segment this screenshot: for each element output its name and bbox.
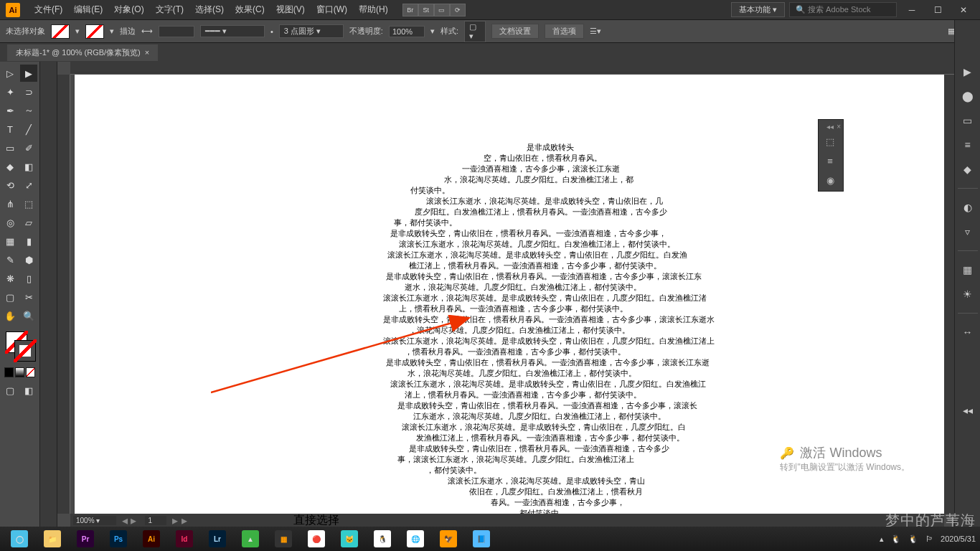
photoshop-taskbar-icon[interactable]: Ps <box>103 529 133 549</box>
app8-taskbar-icon[interactable]: ▲ <box>235 529 265 549</box>
window-close-icon[interactable]: ✕ <box>953 3 974 17</box>
asset-export-icon[interactable]: ▿ <box>959 223 976 240</box>
slice-tool[interactable]: ✂ <box>20 288 37 306</box>
menu-item[interactable]: 效果(C) <box>230 4 270 16</box>
zoom-tool[interactable]: 🔍 <box>20 307 37 324</box>
menu-item[interactable]: 窗口(W) <box>311 4 353 16</box>
doc-setup-button[interactable]: 文档设置 <box>491 24 539 39</box>
stroke-panel-icon[interactable]: ≡ <box>959 136 976 154</box>
magic-wand-tool[interactable]: ✦ <box>1 83 19 100</box>
brushes-icon[interactable]: ≡ <box>821 152 839 169</box>
horizontal-scrollbar[interactable]: 100% ▾ ◂ ▸ 1 ▸ ▸ 直接选择 <box>70 514 944 527</box>
appearance-icon[interactable]: ◐ <box>959 199 976 216</box>
align-icon[interactable]: ☰▾ <box>590 27 601 36</box>
expand-panel-icon[interactable]: ◂◂ <box>959 402 976 419</box>
prefs-button[interactable]: 首选项 <box>545 24 584 39</box>
opacity-input[interactable] <box>389 26 425 37</box>
arrange-icon[interactable]: ▭ <box>434 4 450 17</box>
menu-item[interactable]: 文字(T) <box>150 4 189 16</box>
menu-item[interactable]: 编辑(E) <box>68 4 108 16</box>
search-stock-input[interactable]: 🔍 搜索 Adobe Stock <box>789 2 897 17</box>
hand-tool[interactable]: ✋ <box>1 307 19 324</box>
swatches-icon[interactable]: ◉ <box>821 171 839 189</box>
eraser-tool[interactable]: ◧ <box>20 158 37 175</box>
shape-builder-tool[interactable]: ◎ <box>1 214 19 231</box>
fill-swatch[interactable] <box>51 24 70 39</box>
swatches-panel-icon[interactable]: ▦ <box>959 261 976 278</box>
selection-tool[interactable]: ▷ <box>1 65 19 82</box>
transform-icon[interactable]: ↔ <box>959 324 976 341</box>
tray-flag-icon[interactable]: 🏳 <box>925 534 933 543</box>
menu-item[interactable]: 帮助(H) <box>353 4 394 16</box>
bridge-icon[interactable]: Br <box>402 4 418 17</box>
document-tab[interactable]: 未标题-1* @ 100% (RGB/像素预览) × <box>7 44 158 61</box>
lasso-tool[interactable]: ⊃ <box>20 83 37 100</box>
direct-selection-tool[interactable]: ▶ <box>20 65 37 82</box>
pen-tool[interactable]: ✒ <box>1 102 19 119</box>
curvature-tool[interactable]: ～ <box>20 102 37 119</box>
stroke-width-input[interactable] <box>159 26 194 37</box>
app14-taskbar-icon[interactable]: 🦅 <box>433 529 463 549</box>
window-minimize-icon[interactable]: ─ <box>901 3 923 17</box>
workspace-switcher[interactable]: 基本功能 ▾ <box>731 2 785 17</box>
explorer-taskbar-icon[interactable]: 📁 <box>37 529 67 549</box>
stroke-swatch[interactable] <box>85 24 104 39</box>
menu-item[interactable]: 选择(S) <box>189 4 230 16</box>
tray-qq1-icon[interactable]: 🐧 <box>891 534 901 544</box>
app11-taskbar-icon[interactable]: 🐱 <box>334 529 364 549</box>
app10-taskbar-icon[interactable]: 🔴 <box>301 529 331 549</box>
cc-libraries-icon[interactable]: ◆ <box>959 161 976 178</box>
graph-tool[interactable]: ▯ <box>20 270 37 287</box>
style-dropdown[interactable]: ▢ ▾ <box>464 21 486 42</box>
tab-close-icon[interactable]: × <box>145 48 149 57</box>
brush-dropdown[interactable]: 3 点圆形 ▾ <box>279 24 344 38</box>
type-tool[interactable]: T <box>1 121 19 138</box>
panel-close-icon[interactable]: × <box>837 123 841 131</box>
paintbrush-tool[interactable]: ✐ <box>20 139 37 156</box>
stock-icon[interactable]: St <box>418 4 434 17</box>
menu-item[interactable]: 文件(F) <box>29 4 68 16</box>
artboard[interactable]: 是非成败转头空，青山依旧在，惯看秋月春风。一壶浊酒喜相逢，古今多少事，滚滚长江东… <box>75 75 944 514</box>
menu-item[interactable]: 对象(O) <box>108 4 149 16</box>
draw-mode-icon[interactable]: ◧ <box>20 382 37 399</box>
collapsed-left-panel[interactable] <box>40 62 57 527</box>
zoom-level[interactable]: 100% ▾ <box>73 516 116 525</box>
screen-mode-icon[interactable]: ▢ <box>1 382 19 399</box>
app15-taskbar-icon[interactable]: 📘 <box>466 529 496 549</box>
rotate-tool[interactable]: ⟲ <box>1 176 19 194</box>
menu-item[interactable]: 视图(V) <box>270 4 311 16</box>
layers-icon[interactable]: ▭ <box>959 112 976 129</box>
browser-taskbar-icon[interactable]: ◯ <box>4 529 34 549</box>
qq-taskbar-icon[interactable]: 🐧 <box>367 529 397 549</box>
none-mode-icon[interactable] <box>26 367 35 377</box>
lightroom-taskbar-icon[interactable]: Lr <box>202 529 232 549</box>
profile-dropdown[interactable]: ━━━ ▾ <box>200 25 265 37</box>
gpu-icon[interactable]: ⟳ <box>450 4 466 17</box>
tray-qq2-icon[interactable]: 🐧 <box>908 534 918 544</box>
color-icon[interactable]: ⬤ <box>959 88 976 105</box>
floating-panel[interactable]: ◂◂× ⬚ ≡ ◉ <box>818 119 844 192</box>
perspective-tool[interactable]: ▱ <box>20 214 37 231</box>
symbols-icon[interactable]: ☀ <box>959 286 976 303</box>
taskbar-clock[interactable]: 2020/5/31 <box>941 534 976 543</box>
ruler-horizontal[interactable] <box>70 62 954 75</box>
color-mode-icon[interactable] <box>4 367 14 377</box>
area-type-text[interactable]: 是非成败转头空，青山依旧在，惯看秋月春风。一壶浊酒喜相逢，古今多少事，滚滚长江东… <box>383 142 735 519</box>
window-maximize-icon[interactable]: ☐ <box>927 3 948 17</box>
indesign-taskbar-icon[interactable]: Id <box>169 529 199 549</box>
premiere-taskbar-icon[interactable]: Pr <box>70 529 100 549</box>
ruler-vertical[interactable] <box>57 75 70 514</box>
illustrator-taskbar-icon[interactable]: Ai <box>136 529 166 549</box>
blend-tool[interactable]: ⬢ <box>20 251 37 268</box>
tray-up-icon[interactable]: ▴ <box>880 534 884 544</box>
gradient-tool[interactable]: ▮ <box>20 232 37 250</box>
rectangle-tool[interactable]: ▭ <box>1 139 19 156</box>
panel-collapse-icon[interactable]: ◂◂ <box>826 123 834 131</box>
artboard-nav[interactable]: 1 <box>145 516 166 525</box>
vertical-scrollbar[interactable] <box>944 75 954 514</box>
properties-icon[interactable]: ▶ <box>959 63 976 80</box>
eyedropper-tool[interactable]: ✎ <box>1 251 19 268</box>
artboard-tool[interactable]: ▢ <box>1 288 19 306</box>
app9-taskbar-icon[interactable]: ▦ <box>268 529 298 549</box>
symbol-sprayer-tool[interactable]: ❋ <box>1 270 19 287</box>
